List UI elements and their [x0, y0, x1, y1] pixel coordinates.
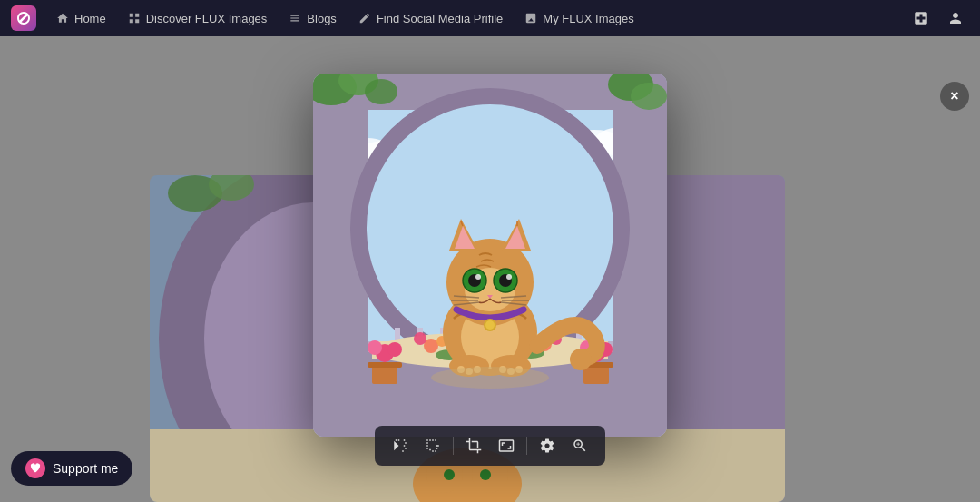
image-toolbar [375, 426, 605, 466]
nav-home[interactable]: Home [47, 8, 115, 29]
nav-right-actions [907, 5, 969, 32]
svg-point-47 [387, 342, 402, 357]
settings-button[interactable] [533, 431, 562, 460]
flip-horizontal-button[interactable] [386, 431, 415, 460]
nav-blogs[interactable]: Blogs [279, 8, 346, 29]
svg-point-74 [475, 274, 481, 280]
svg-point-42 [631, 83, 667, 110]
close-icon: × [950, 88, 958, 104]
nav-home-label: Home [74, 12, 106, 25]
toolbar-divider-1 [453, 437, 454, 455]
svg-point-46 [368, 340, 382, 355]
svg-point-55 [414, 332, 426, 345]
support-me-label: Support me [53, 461, 118, 476]
nav-discover[interactable]: Discover FLUX Images [119, 8, 277, 29]
add-image-button[interactable] [907, 5, 935, 32]
flip-vertical-button[interactable] [418, 431, 447, 460]
svg-point-95 [431, 367, 549, 389]
svg-point-75 [506, 274, 512, 280]
zoom-button[interactable] [565, 431, 594, 460]
svg-rect-44 [368, 362, 402, 368]
nav-blogs-label: Blogs [307, 12, 337, 25]
navbar: Home Discover FLUX Images Blogs Find Soc… [0, 0, 980, 36]
nav-social[interactable]: Find Social Media Prifile [349, 8, 512, 29]
toolbar-divider-2 [526, 437, 527, 455]
lightbox [313, 74, 667, 437]
resize-button[interactable] [492, 431, 521, 460]
nav-social-label: Find Social Media Prifile [377, 12, 503, 25]
main-content: × [0, 36, 980, 502]
svg-point-40 [365, 79, 397, 104]
svg-point-11 [480, 469, 491, 480]
svg-point-85 [485, 320, 495, 330]
svg-point-10 [444, 469, 455, 480]
support-heart-icon [25, 458, 45, 478]
svg-point-94 [570, 349, 592, 370]
crop-button[interactable] [459, 431, 488, 460]
close-button[interactable]: × [940, 82, 969, 111]
support-me-button[interactable]: Support me [11, 451, 132, 486]
app-logo[interactable] [11, 5, 36, 31]
nav-my-images[interactable]: My FLUX Images [515, 8, 642, 29]
nav-my-images-label: My FLUX Images [543, 12, 633, 25]
nav-discover-label: Discover FLUX Images [146, 12, 268, 25]
user-profile-button[interactable] [942, 5, 969, 32]
